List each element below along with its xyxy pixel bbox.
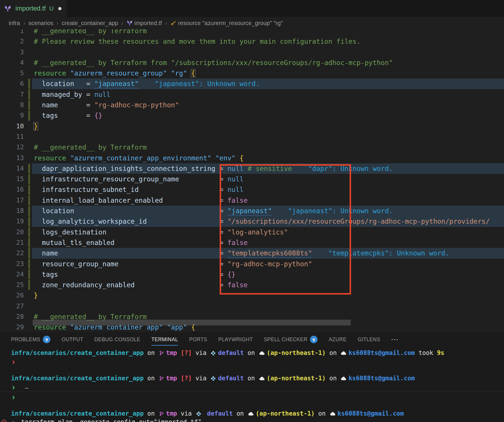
editor-line[interactable]: 12# __generated__ by Terraform [0, 142, 504, 153]
code-text: infrastructure_resource_group_name = nul… [34, 174, 244, 184]
editor-line[interactable]: 9 tags = {} [0, 110, 504, 121]
bottom-panel: PROBLEMS9OUTPUTDEBUG CONSOLETERMINALPORT… [0, 331, 504, 422]
breadcrumb-separator: › [121, 20, 123, 27]
git-added-gutter-bar [28, 280, 30, 290]
code-text: infrastructure_subnet_id = null [34, 184, 244, 195]
panel-more-actions-icon[interactable]: ··· [391, 336, 399, 343]
editor-line[interactable]: 27 [0, 301, 504, 311]
line-number: 6 [0, 78, 24, 89]
panel-tab-output[interactable]: OUTPUT [61, 331, 83, 348]
line-number: 23 [0, 259, 24, 269]
panel-tab-label: PORTS [189, 337, 207, 343]
terraform-workspace-icon [211, 376, 216, 381]
line-number: 19 [0, 216, 24, 227]
line-number: 14 [0, 163, 24, 174]
breadcrumb-item[interactable]: resource "azurerm_resource_group" "rg" [170, 20, 283, 27]
editor-line[interactable]: 3 [0, 47, 504, 57]
breadcrumb-item[interactable]: imported.tf [126, 20, 162, 27]
editor-line[interactable]: 11 [0, 132, 504, 142]
terminal-line: terraform plan -generate-config-out="imp… [11, 418, 504, 422]
code-text: tags = {} [34, 110, 102, 121]
cloud-icon [259, 351, 265, 355]
panel-tab-bar: PROBLEMS9OUTPUTDEBUG CONSOLETERMINALPORT… [0, 331, 504, 348]
terminal-line: infra/scenarios/create_container_app on … [11, 349, 504, 357]
line-number: 2 [0, 36, 24, 47]
terraform-logo-icon [5, 5, 11, 12]
prompt-chevron-icon [12, 359, 15, 365]
git-branch-icon [159, 411, 164, 416]
breadcrumb-item[interactable]: infra [9, 20, 20, 27]
panel-tab-terminal[interactable]: TERMINAL [151, 331, 178, 348]
editor-line[interactable]: 13resource "azurerm_container_app_enviro… [0, 153, 504, 163]
editor-line[interactable]: 6 location = "japaneast" "japaneast": Un… [0, 78, 504, 89]
line-number: 13 [0, 153, 24, 163]
terminal-output[interactable]: infra/scenarios/create_container_app on … [0, 348, 504, 422]
line-number: 12 [0, 142, 24, 153]
git-added-gutter-bar [28, 111, 30, 120]
git-added-gutter-bar [28, 238, 30, 248]
breadcrumb-separator: › [23, 20, 25, 27]
git-status-badge: U [49, 5, 54, 12]
breadcrumb-item-label: infra [9, 20, 20, 27]
editor-line[interactable]: 4# __generated__ by Terraform from "/sub… [0, 57, 504, 68]
terraform-logo-icon [127, 20, 132, 26]
editor-line[interactable]: 8 name = "rg-adhoc-mcp-python" [0, 100, 504, 110]
horizontal-scrollbar[interactable] [33, 320, 351, 325]
editor-line[interactable]: 1# __generated__ by Terraform [0, 29, 504, 36]
editor-line[interactable]: 5resource "azurerm_resource_group" "rg" … [0, 68, 504, 78]
panel-tab-label: GITLENS [358, 337, 380, 343]
breadcrumb-item[interactable]: scenarios [29, 20, 54, 27]
terminal-line [11, 393, 504, 401]
git-added-gutter-bar [28, 90, 30, 99]
code-text: managed_by = null [34, 89, 110, 100]
editor-pane[interactable]: 1# __generated__ by Terraform2# Please r… [0, 29, 504, 331]
breadcrumb-item-label: imported.tf [134, 20, 162, 27]
line-number: 22 [0, 248, 24, 258]
code-text: tags = {} [34, 269, 235, 280]
panel-tab-debug-console[interactable]: DEBUG CONSOLE [94, 331, 140, 348]
cloud-icon [330, 412, 336, 416]
code-text: } [34, 121, 38, 132]
tab-imported-tf[interactable]: imported.tf U [0, 0, 67, 17]
panel-tab-gitlens[interactable]: GITLENS [358, 331, 380, 348]
code-text: # __generated__ by Terraform from "/subs… [34, 57, 393, 68]
terminal-blank-line [11, 366, 504, 374]
editor-line[interactable]: 2# Please review these resources and mov… [0, 36, 504, 47]
git-added-gutter-bar [28, 185, 30, 195]
line-number: 8 [0, 100, 24, 110]
panel-tab-label: SPELL CHECKER [264, 337, 307, 343]
code-text: name = "rg-adhoc-mcp-python" [34, 100, 179, 110]
breadcrumb-item-label: create_container_app [62, 20, 118, 27]
editor-line[interactable]: 7 managed_by = null [0, 89, 504, 100]
panel-tab-ports[interactable]: PORTS [189, 331, 207, 348]
cloud-icon [341, 376, 346, 381]
git-branch-icon [159, 351, 164, 356]
line-number: 28 [0, 311, 24, 322]
line-number: 9 [0, 110, 24, 121]
panel-tab-label: DEBUG CONSOLE [94, 337, 140, 343]
line-number: 29 [0, 322, 24, 331]
git-added-gutter-bar [28, 206, 30, 216]
line-number: 3 [0, 47, 24, 57]
code-text: internal_load_balancer_enabled = false [34, 195, 248, 206]
code-text: location = "japaneast" "japaneast": Unkn… [34, 78, 260, 89]
git-added-gutter-bar [28, 259, 30, 269]
line-number: 16 [0, 184, 24, 195]
panel-tab-azure[interactable]: AZURE [329, 331, 346, 348]
terraform-workspace-icon [211, 351, 216, 356]
terraform-workspace-icon [196, 411, 201, 416]
git-added-gutter-bar [28, 227, 30, 237]
panel-tab-spell-checker[interactable]: SPELL CHECKER9 [264, 331, 318, 348]
line-number: 25 [0, 280, 24, 290]
panel-tab-label: TERMINAL [151, 337, 178, 343]
panel-tab-problems[interactable]: PROBLEMS9 [11, 331, 50, 348]
line-number: 21 [0, 237, 24, 248]
breadcrumb-separator: › [57, 20, 59, 27]
prompt-chevron-icon [12, 384, 15, 390]
breadcrumb: infra›scenarios›create_container_app›imp… [0, 17, 504, 29]
breadcrumb-item[interactable]: create_container_app [62, 20, 118, 27]
modified-dot-icon[interactable] [58, 7, 61, 10]
vscode-window: imported.tf U infra›scenarios›create_con… [0, 0, 504, 422]
panel-tab-playwright[interactable]: PLAYWRIGHT [218, 331, 253, 348]
editor-line[interactable]: 10} [0, 121, 504, 132]
